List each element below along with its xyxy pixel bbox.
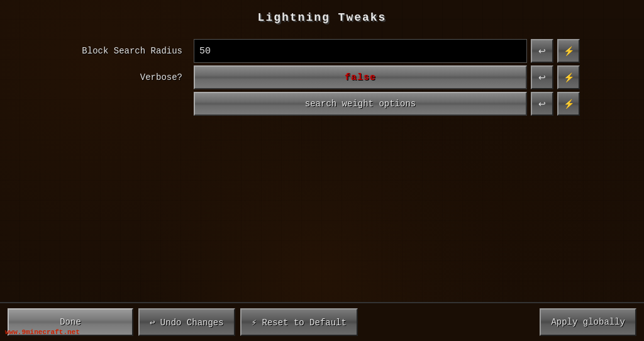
undo-icon: ↩ — [538, 72, 546, 82]
verbose-value: false — [345, 72, 376, 83]
search-weight-options-button[interactable]: search weight options — [194, 92, 527, 116]
undo-search-weight-button[interactable]: ↩ — [531, 92, 553, 116]
settings-panel: Block Search Radius ↩ ⚡ Verbose? false ↩ — [64, 39, 580, 116]
reset-block-search-radius-button[interactable]: ⚡ — [557, 39, 580, 63]
setting-label-block-search-radius: Block Search Radius — [64, 46, 190, 56]
reset-icon: ⚡ — [564, 46, 574, 56]
watermark: www.9minecraft.net — [5, 328, 80, 336]
undo-verbose-button[interactable]: ↩ — [531, 65, 553, 89]
page-title: Lightning Tweaks — [258, 11, 387, 24]
reset-verbose-button[interactable]: ⚡ — [557, 65, 580, 89]
reset-search-weight-button[interactable]: ⚡ — [557, 92, 580, 116]
block-search-radius-input[interactable] — [194, 39, 527, 63]
setting-row-search-weight: search weight options ↩ ⚡ — [64, 92, 580, 116]
setting-label-verbose: Verbose? — [64, 72, 190, 82]
reset-icon: ⚡ — [564, 99, 574, 109]
undo-icon: ↩ — [538, 99, 546, 109]
setting-control-verbose: false — [194, 65, 527, 89]
undo-block-search-radius-button[interactable]: ↩ — [531, 39, 553, 63]
setting-row-verbose: Verbose? false ↩ ⚡ — [64, 65, 580, 89]
setting-control-block-search-radius — [194, 39, 527, 63]
setting-row-block-search-radius: Block Search Radius ↩ ⚡ — [64, 39, 580, 63]
verbose-toggle-button[interactable]: false — [194, 65, 527, 89]
setting-control-search-weight: search weight options — [194, 92, 527, 116]
undo-icon: ↩ — [538, 46, 546, 56]
reset-icon: ⚡ — [564, 72, 574, 82]
